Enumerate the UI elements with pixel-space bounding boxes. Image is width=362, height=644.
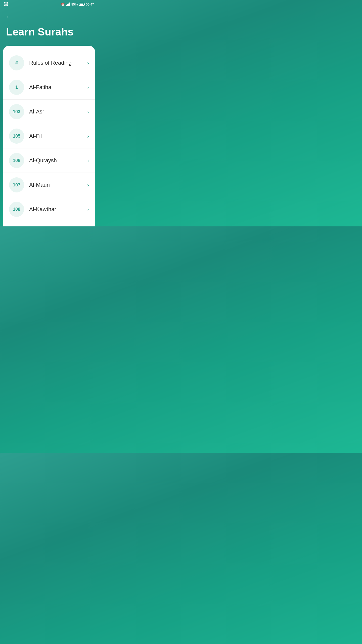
chevron-icon-al-kawthar: › [87,207,89,212]
list-item-al-maun[interactable]: 107 Al-Maun › [3,173,95,197]
chevron-icon-al-fatiha: › [87,85,89,90]
number-badge-al-fil: 105 [9,129,24,144]
number-badge-al-fatiha: 1 [9,80,24,95]
battery-percent: 85% [71,3,78,6]
list-item-al-kawthar[interactable]: 108 Al-Kawthar › [3,197,95,221]
item-name-rules: Rules of Reading [29,60,87,66]
item-name-al-quraysh: Al-Quraysh [29,157,87,164]
item-name-al-asr: Al-Asr [29,108,87,115]
list-item-al-fil[interactable]: 105 Al-Fil › [3,124,95,148]
surah-list: # Rules of Reading › 1 Al-Fatiha › 103 A… [3,51,95,221]
content-card: # Rules of Reading › 1 Al-Fatiha › 103 A… [3,46,95,226]
gallery-icon: 🖼 [4,2,8,7]
item-name-al-fatiha: Al-Fatiha [29,84,87,91]
page-title: Learn Surahs [6,26,92,38]
item-name-al-fil: Al-Fil [29,133,87,139]
chevron-icon-al-asr: › [87,109,89,115]
status-right: ⏰ 85% 00:47 [61,3,94,6]
status-left: 🖼 [4,2,8,7]
number-badge-al-quraysh: 106 [9,153,24,168]
chevron-icon-al-maun: › [87,182,89,188]
alarm-icon: ⏰ [61,3,65,6]
item-name-al-maun: Al-Maun [29,182,87,188]
list-item-rules[interactable]: # Rules of Reading › [3,51,95,75]
list-item-al-quraysh[interactable]: 106 Al-Quraysh › [3,148,95,173]
header: ← Learn Surahs [0,9,98,46]
item-name-al-kawthar: Al-Kawthar [29,206,87,213]
status-bar: 🖼 ⏰ 85% 00:47 [0,0,98,9]
back-button[interactable]: ← [6,13,12,21]
chevron-icon-al-quraysh: › [87,158,89,164]
battery-icon [79,3,84,6]
number-badge-al-kawthar: 108 [9,202,24,217]
number-badge-al-asr: 103 [9,104,24,119]
number-badge-rules: # [9,55,24,70]
chevron-icon-al-fil: › [87,133,89,139]
signal-icon [66,3,70,6]
time-display: 00:47 [86,3,94,6]
chevron-icon-rules: › [87,60,89,66]
number-badge-al-maun: 107 [9,177,24,192]
list-item-al-asr[interactable]: 103 Al-Asr › [3,100,95,124]
list-item-al-fatiha[interactable]: 1 Al-Fatiha › [3,75,95,100]
